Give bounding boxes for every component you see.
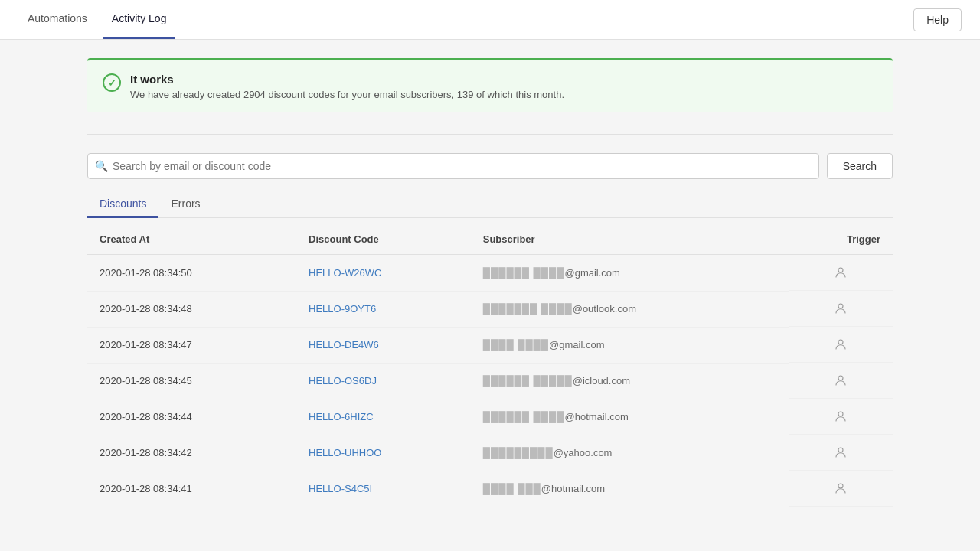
tab-errors[interactable]: Errors (158, 191, 212, 218)
banner-title: It works (130, 73, 564, 86)
search-button[interactable]: Search (827, 153, 893, 179)
discounts-table: Created At Discount Code Subscriber Trig… (87, 224, 893, 507)
discount-code-link[interactable]: HELLO-6HIZC (309, 411, 374, 422)
tab-discounts[interactable]: Discounts (87, 191, 158, 218)
subscriber-blurred: ████ ███ (483, 483, 541, 494)
search-area: 🔍 Search (87, 153, 893, 179)
banner-text: It works We have already created 2904 di… (130, 73, 564, 100)
person-icon (834, 337, 848, 351)
cell-subscriber: ███████ ████@outlook.com (471, 291, 789, 327)
subscriber-domain: @icloud.com (573, 375, 630, 386)
discount-code-link[interactable]: HELLO-9OYT6 (309, 303, 376, 315)
main-content: It works We have already created 2904 di… (69, 40, 911, 526)
cell-discount-code[interactable]: HELLO-6HIZC (296, 399, 471, 435)
svg-point-3 (838, 376, 843, 380)
svg-point-0 (838, 268, 843, 272)
table-row: 2020-01-28 08:34:47HELLO-DE4W6████ ████@… (87, 327, 893, 363)
person-icon (834, 302, 848, 315)
cell-discount-code[interactable]: HELLO-9OYT6 (296, 291, 471, 327)
discount-code-link[interactable]: HELLO-OS6DJ (309, 375, 377, 386)
cell-created-at: 2020-01-28 08:34:48 (87, 291, 296, 327)
person-icon (834, 481, 848, 495)
search-input-wrap: 🔍 (87, 153, 819, 179)
help-button[interactable]: Help (913, 8, 962, 31)
cell-trigger (789, 399, 893, 435)
cell-subscriber: ████ ███@hotmail.com (471, 471, 789, 507)
person-icon (834, 266, 848, 279)
cell-subscriber: ████ ████@gmail.com (471, 327, 789, 363)
cell-discount-code[interactable]: HELLO-OS6DJ (296, 363, 471, 399)
person-icon (834, 445, 848, 459)
subscriber-blurred: ███████ ████ (483, 303, 573, 315)
cell-created-at: 2020-01-28 08:34:41 (87, 471, 296, 507)
cell-subscriber: ██████ ████@hotmail.com (471, 399, 789, 435)
nav-tabs: Automations Activity Log (18, 0, 175, 39)
subscriber-domain: @gmail.com (549, 339, 604, 350)
svg-point-4 (838, 412, 843, 416)
cell-trigger (789, 255, 893, 291)
col-discount-code: Discount Code (296, 224, 471, 255)
cell-trigger (789, 363, 893, 399)
svg-point-1 (838, 304, 843, 308)
subscriber-domain: @yahoo.com (554, 447, 612, 458)
cell-subscriber: ██████ ████@gmail.com (471, 255, 789, 292)
discount-code-link[interactable]: HELLO-UHHOO (309, 447, 381, 458)
banner-message: We have already created 2904 discount co… (130, 89, 564, 100)
svg-point-6 (838, 484, 843, 488)
search-input[interactable] (87, 153, 819, 179)
cell-discount-code[interactable]: HELLO-UHHOO (296, 435, 471, 471)
cell-created-at: 2020-01-28 08:34:47 (87, 327, 296, 363)
subscriber-domain: @hotmail.com (541, 483, 605, 494)
col-created-at: Created At (87, 224, 296, 255)
subscriber-domain: @gmail.com (564, 267, 619, 279)
nav-tab-automations[interactable]: Automations (18, 0, 96, 39)
col-subscriber: Subscriber (471, 224, 789, 255)
section-divider (87, 134, 893, 135)
cell-discount-code[interactable]: HELLO-S4C5I (296, 471, 471, 507)
svg-point-5 (838, 448, 843, 452)
content-tabs: Discounts Errors (87, 191, 893, 218)
nav-tab-activity-log[interactable]: Activity Log (103, 0, 176, 39)
table-row: 2020-01-28 08:34:48HELLO-9OYT6███████ ██… (87, 291, 893, 327)
cell-discount-code[interactable]: HELLO-DE4W6 (296, 327, 471, 363)
table-body: 2020-01-28 08:34:50HELLO-W26WC██████ ███… (87, 255, 893, 507)
cell-discount-code[interactable]: HELLO-W26WC (296, 255, 471, 292)
cell-trigger (789, 327, 893, 363)
table-row: 2020-01-28 08:34:42HELLO-UHHOO█████████@… (87, 435, 893, 471)
table-row: 2020-01-28 08:34:45HELLO-OS6DJ██████ ███… (87, 363, 893, 399)
cell-created-at: 2020-01-28 08:34:50 (87, 255, 296, 292)
search-icon: 🔍 (95, 160, 108, 172)
subscriber-blurred: █████████ (483, 447, 554, 458)
col-trigger: Trigger (789, 224, 893, 255)
cell-created-at: 2020-01-28 08:34:45 (87, 363, 296, 399)
cell-trigger (789, 435, 893, 471)
subscriber-blurred: ██████ ████ (483, 411, 565, 422)
cell-subscriber: █████████@yahoo.com (471, 435, 789, 471)
cell-created-at: 2020-01-28 08:34:42 (87, 435, 296, 471)
discount-code-link[interactable]: HELLO-S4C5I (309, 483, 372, 494)
discount-code-link[interactable]: HELLO-DE4W6 (309, 339, 379, 350)
discount-code-link[interactable]: HELLO-W26WC (309, 267, 381, 279)
subscriber-blurred: ██████ █████ (483, 375, 573, 386)
cell-trigger (789, 471, 893, 507)
subscriber-blurred: ██████ ████ (483, 267, 565, 279)
person-icon (834, 409, 848, 423)
subscriber-domain: @outlook.com (573, 303, 636, 315)
success-icon (103, 73, 121, 92)
table-header: Created At Discount Code Subscriber Trig… (87, 224, 893, 255)
cell-subscriber: ██████ █████@icloud.com (471, 363, 789, 399)
cell-created-at: 2020-01-28 08:34:44 (87, 399, 296, 435)
table-row: 2020-01-28 08:34:44HELLO-6HIZC██████ ███… (87, 399, 893, 435)
subscriber-domain: @hotmail.com (564, 411, 628, 422)
cell-trigger (789, 291, 893, 327)
table-row: 2020-01-28 08:34:41HELLO-S4C5I████ ███@h… (87, 471, 893, 507)
svg-point-2 (838, 340, 843, 344)
person-icon (834, 373, 848, 387)
table-row: 2020-01-28 08:34:50HELLO-W26WC██████ ███… (87, 255, 893, 292)
success-banner: It works We have already created 2904 di… (87, 58, 893, 112)
subscriber-blurred: ████ ████ (483, 339, 549, 350)
top-nav: Automations Activity Log Help (0, 0, 980, 40)
